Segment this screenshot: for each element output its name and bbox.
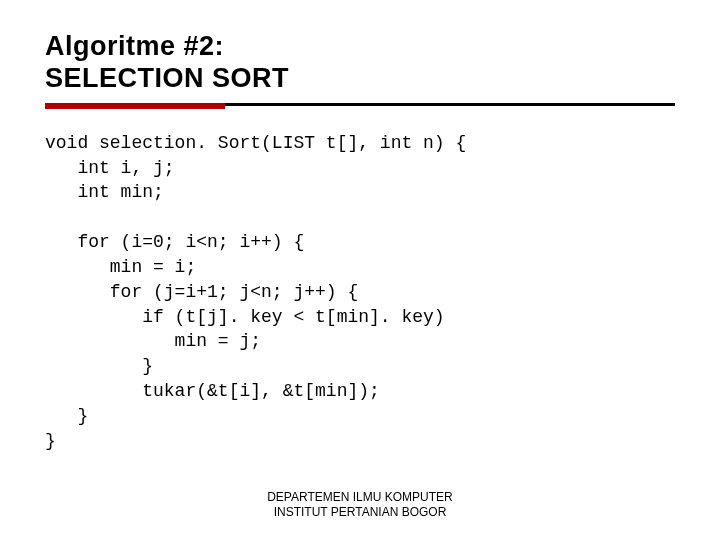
slide-footer: DEPARTEMEN ILMU KOMPUTER INSTITUT PERTAN… xyxy=(0,490,720,520)
title-line-1: Algoritme #2: xyxy=(45,31,224,61)
title-underline xyxy=(45,103,675,109)
code-block: void selection. Sort(LIST t[], int n) { … xyxy=(45,131,675,454)
slide-title: Algoritme #2: SELECTION SORT xyxy=(45,30,675,95)
footer-line-2: INSTITUT PERTANIAN BOGOR xyxy=(274,505,447,519)
title-line-2: SELECTION SORT xyxy=(45,63,289,93)
footer-line-1: DEPARTEMEN ILMU KOMPUTER xyxy=(267,490,453,504)
